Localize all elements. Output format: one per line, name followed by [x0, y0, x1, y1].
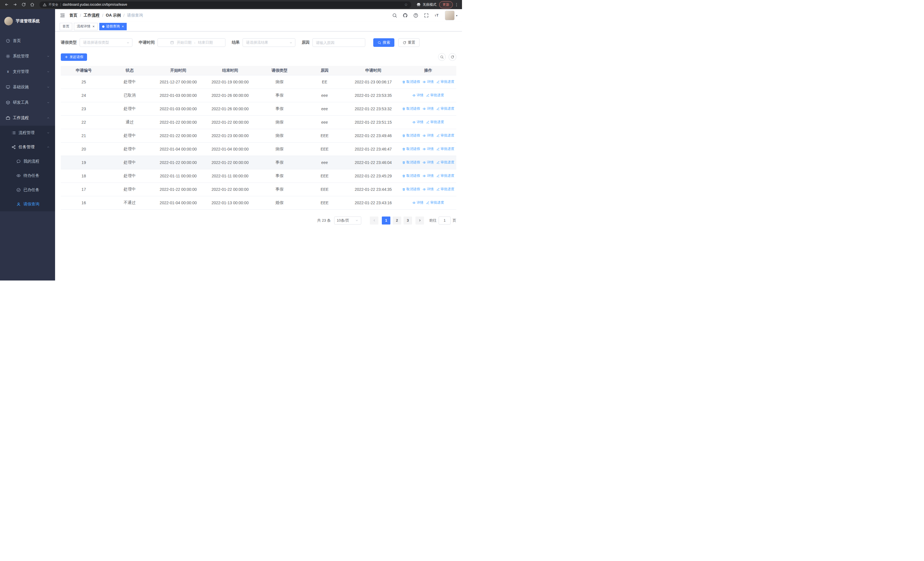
detail-link[interactable]: 详情 [423, 173, 434, 178]
cell-start-time: 2021-12-27 00:00:00 [153, 75, 204, 89]
close-icon[interactable]: × [122, 24, 124, 28]
sidebar-item-task-management[interactable]: 任务管理 [0, 140, 55, 154]
breadcrumb: 首页/工作流程/OA 示例/请假查询 [69, 13, 388, 18]
page-button-1[interactable]: 1 [382, 217, 390, 224]
search-button[interactable]: 搜索 [373, 38, 394, 47]
page-button-2[interactable]: 2 [393, 217, 401, 224]
sidebar-item-todo-tasks[interactable]: 待办任务 [0, 168, 55, 183]
cancel-leave-link[interactable]: 取消请假 [402, 133, 420, 138]
tab-leave-query[interactable]: 请假查询 × [99, 23, 127, 30]
incognito-badge: 无痕模式 [416, 2, 436, 7]
cell-status: 处理中 [107, 102, 153, 116]
cell-actions: 详情 审批进度 [400, 196, 456, 209]
breadcrumb-item[interactable]: OA 示例 [106, 13, 121, 18]
sidebar-item-home[interactable]: 首页 [0, 33, 55, 48]
detail-link[interactable]: 详情 [423, 160, 434, 165]
apply-time-range-picker[interactable]: 开始日期 - 结束日期 [158, 38, 225, 47]
chevron-left-icon [372, 218, 376, 222]
approval-progress-link[interactable]: 审批进度 [426, 200, 444, 205]
back-button[interactable] [3, 1, 10, 8]
approval-progress-link[interactable]: 审批进度 [426, 93, 444, 98]
font-size-icon[interactable] [434, 13, 440, 18]
cancel-leave-link[interactable]: 取消请假 [402, 160, 420, 165]
approval-progress-link[interactable]: 审批进度 [426, 120, 444, 125]
sidebar-item-my-process[interactable]: 我的流程 [0, 154, 55, 168]
create-leave-button[interactable]: 发起请假 [61, 53, 87, 61]
toggle-search-button[interactable] [438, 53, 446, 61]
sidebar-item-dev-tools[interactable]: 研发工具 [0, 95, 55, 110]
leave-type-placeholder: 请选择请假类型 [83, 40, 109, 45]
detail-link[interactable]: 详情 [412, 120, 423, 125]
sidebar-item-done-tasks[interactable]: 已办任务 [0, 183, 55, 197]
update-button[interactable]: 更新 [439, 1, 453, 8]
refresh-icon [451, 55, 454, 59]
sidebar-item-infrastructure[interactable]: 基础设施 [0, 80, 55, 95]
detail-link[interactable]: 详情 [423, 106, 434, 111]
reload-button[interactable] [20, 1, 27, 8]
fullscreen-icon[interactable] [424, 13, 429, 18]
next-page-button[interactable] [416, 217, 424, 224]
goto-label: 前往 [429, 218, 436, 223]
chevron-icon [46, 101, 50, 104]
detail-link[interactable]: 详情 [423, 80, 434, 84]
detail-link[interactable]: 详情 [423, 187, 434, 192]
cancel-leave-link[interactable]: 取消请假 [402, 106, 420, 111]
help-icon[interactable] [413, 13, 418, 18]
refresh-table-button[interactable] [448, 53, 456, 61]
cell-start-time: 2022-01-22 00:00:00 [153, 182, 204, 196]
bookmark-star-icon[interactable]: ☆ [404, 3, 408, 7]
leave-type-select[interactable]: 请选择请假类型 [80, 38, 132, 47]
detail-link[interactable]: 详情 [423, 146, 434, 151]
sidebar-item-process-management[interactable]: 流程管理 [0, 126, 55, 140]
approval-progress-link[interactable]: 审批进度 [436, 80, 454, 84]
sidebar-item-payment-management[interactable]: 支付管理 [0, 64, 55, 80]
table-row: 19 处理中 2022-01-22 00:00:00 2022-01-22 00… [61, 156, 456, 169]
tab-home[interactable]: 首页 [60, 23, 72, 30]
github-icon[interactable] [403, 13, 408, 18]
incognito-icon [416, 2, 421, 7]
cancel-leave-link[interactable]: 取消请假 [402, 80, 420, 84]
close-icon[interactable]: × [93, 24, 95, 28]
page-size-select[interactable]: 10条/页 [334, 217, 361, 224]
approval-progress-link[interactable]: 审批进度 [436, 173, 454, 178]
goto-page-input[interactable] [439, 217, 451, 224]
user-menu[interactable]: ▾ [445, 11, 458, 20]
detail-link[interactable]: 详情 [412, 93, 423, 98]
plus-icon [64, 55, 68, 59]
breadcrumb-item[interactable]: 首页 [69, 13, 77, 18]
sidebar-item-leave-query[interactable]: 请假查询 [0, 197, 55, 211]
collapse-sidebar-icon[interactable] [60, 12, 65, 18]
approval-progress-link[interactable]: 审批进度 [436, 106, 454, 111]
tab-process-detail[interactable]: 流程详情 × [74, 23, 98, 30]
search-icon[interactable] [392, 13, 397, 18]
forward-button[interactable] [11, 1, 19, 8]
result-select[interactable]: 请选择流结果 [243, 38, 296, 47]
browser-menu-icon[interactable]: ⋮ [454, 2, 459, 7]
reason-input[interactable] [316, 41, 362, 45]
cell-id: 18 [61, 169, 107, 182]
approval-progress-link[interactable]: 审批进度 [436, 187, 454, 192]
address-bar[interactable]: 不安全 dashboard.yudao.iocoder.cn/bpm/oa/le… [39, 2, 411, 8]
cancel-leave-link[interactable]: 取消请假 [402, 146, 420, 151]
table-row: 22 通过 2022-01-22 00:00:00 2022-01-22 00:… [61, 116, 456, 129]
breadcrumb-item[interactable]: 工作流程 [84, 13, 100, 18]
prev-page-button[interactable] [370, 217, 378, 224]
approval-progress-link[interactable]: 审批进度 [436, 146, 454, 151]
breadcrumb-separator: / [123, 13, 124, 18]
cancel-leave-link[interactable]: 取消请假 [402, 173, 420, 178]
browser-home-button[interactable] [28, 1, 36, 8]
sidebar-item-system-management[interactable]: 系统管理 [0, 48, 55, 64]
cell-id: 21 [61, 129, 107, 142]
approval-progress-link[interactable]: 审批进度 [436, 160, 454, 165]
approval-progress-link[interactable]: 审批进度 [436, 133, 454, 138]
cell-apply-time: 2022-01-22 23:51:15 [346, 116, 400, 129]
reload-icon [21, 2, 26, 7]
cancel-leave-link[interactable]: 取消请假 [402, 187, 420, 192]
cell-reason: eee [303, 156, 346, 169]
sidebar-item-workflow[interactable]: 工作流程 [0, 110, 55, 126]
detail-link[interactable]: 详情 [423, 133, 434, 138]
detail-link[interactable]: 详情 [412, 200, 423, 205]
avatar [445, 11, 454, 20]
page-button-3[interactable]: 3 [404, 217, 412, 224]
reset-button[interactable]: 重置 [398, 38, 420, 47]
